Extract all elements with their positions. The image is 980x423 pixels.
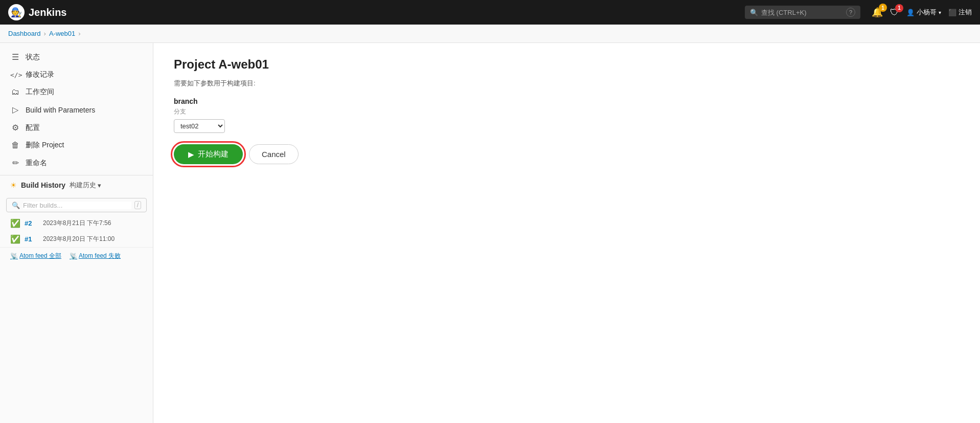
- delete-icon: 🗑: [10, 141, 20, 150]
- shield-icon-btn[interactable]: 🛡 1: [890, 7, 899, 18]
- atom-feed-all[interactable]: 📡 Atom feed 全部: [10, 252, 61, 260]
- build-success-icon-1: ✅: [10, 234, 20, 244]
- search-icon: 🔍: [750, 9, 758, 16]
- sidebar-item-delete[interactable]: 🗑 删除 Project: [0, 137, 153, 154]
- filter-input-container: 🔍 /: [6, 198, 147, 212]
- sidebar-item-status-label: 状态: [26, 53, 40, 62]
- sidebar-item-rename[interactable]: ✏ 重命名: [0, 154, 153, 172]
- build-date-1: 2023年8月20日 下午11:00: [43, 235, 115, 243]
- app-name: Jenkins: [29, 7, 66, 18]
- breadcrumb-project[interactable]: A-web01: [49, 30, 75, 37]
- user-menu[interactable]: 👤 小杨哥 ▾: [906, 8, 941, 17]
- sidebar: ☰ 状态 </> 修改记录 🗂 工作空间 ▷ Build with Parame…: [0, 43, 153, 423]
- user-avatar-icon: 👤: [906, 9, 915, 16]
- build-num-1: #1: [25, 235, 39, 243]
- build-desc: 需要如下参数用于构建项目:: [174, 79, 960, 88]
- build-success-icon-2: ✅: [10, 218, 20, 228]
- user-chevron-icon: ▾: [939, 10, 941, 15]
- breadcrumb-sep-2: ›: [78, 30, 80, 37]
- atom-feed-fail-label: Atom feed 失败: [79, 252, 121, 260]
- build-history-sun-icon: ☀: [10, 181, 17, 189]
- sidebar-item-delete-label: 删除 Project: [26, 141, 64, 150]
- build-num-2: #2: [25, 219, 39, 227]
- filter-search-icon: 🔍: [12, 202, 20, 209]
- logout-label: 注销: [959, 8, 972, 17]
- atom-feed-all-label: Atom feed 全部: [19, 252, 61, 260]
- sidebar-item-workspace[interactable]: 🗂 工作空间: [0, 83, 153, 101]
- shield-badge: 1: [895, 4, 903, 12]
- build-list-item-1[interactable]: ✅ #1 2023年8月20日 下午11:00: [0, 231, 153, 247]
- start-build-label: 开始构建: [198, 149, 229, 159]
- breadcrumb: Dashboard › A-web01 ›: [0, 25, 980, 43]
- build-history-header: ☀ Build History 构建历史 ▾: [0, 175, 153, 195]
- atom-fail-icon: 📡: [70, 253, 77, 260]
- filter-builds-input[interactable]: [23, 202, 131, 209]
- sidebar-item-status[interactable]: ☰ 状态: [0, 48, 153, 66]
- build-params-icon: ▷: [10, 105, 20, 115]
- param-name-label: branch: [174, 97, 960, 105]
- configure-icon: ⚙: [10, 123, 20, 132]
- logout-icon: ⬛: [948, 9, 956, 16]
- rename-icon: ✏: [10, 158, 20, 168]
- sidebar-item-rename-label: 重命名: [26, 159, 47, 168]
- sidebar-item-configure-label: 配置: [26, 123, 40, 132]
- help-icon[interactable]: ?: [846, 8, 855, 17]
- chevron-down-icon: ▾: [98, 182, 101, 189]
- project-title: Project A-web01: [174, 57, 960, 72]
- breadcrumb-dashboard[interactable]: Dashboard: [8, 30, 41, 37]
- branch-select[interactable]: test02 main dev master: [174, 119, 225, 133]
- build-history-title: Build History: [21, 181, 65, 189]
- notification-badge: 1: [879, 4, 887, 12]
- filter-slash: /: [134, 201, 141, 209]
- topnav-icons: 🔔 1 🛡 1 👤 小杨哥 ▾ ⬛ 注销: [872, 7, 972, 18]
- top-navbar: 🧑‍🔧 Jenkins 🔍 ? 🔔 1 🛡 1 👤 小杨哥 ▾ ⬛ 注销: [0, 0, 980, 25]
- changes-icon: </>: [10, 71, 20, 79]
- play-icon: ▶: [188, 150, 194, 159]
- user-name: 小杨哥: [917, 8, 937, 17]
- breadcrumb-sep-1: ›: [44, 30, 46, 37]
- atom-feed-fail[interactable]: 📡 Atom feed 失败: [70, 252, 121, 260]
- sidebar-item-configure[interactable]: ⚙ 配置: [0, 119, 153, 137]
- atom-feeds: 📡 Atom feed 全部 📡 Atom feed 失败: [0, 247, 153, 264]
- status-icon: ☰: [10, 52, 20, 62]
- sidebar-item-build-params-label: Build with Parameters: [26, 106, 95, 114]
- filter-input-wrap: 🔍 /: [0, 195, 153, 215]
- param-section: branch 分支 test02 main dev master: [174, 97, 960, 133]
- sidebar-item-changes[interactable]: </> 修改记录: [0, 66, 153, 83]
- start-build-button[interactable]: ▶ 开始构建: [174, 144, 243, 164]
- sidebar-item-workspace-label: 工作空间: [26, 87, 54, 97]
- cancel-button[interactable]: Cancel: [249, 144, 299, 164]
- main-content: Project A-web01 需要如下参数用于构建项目: branch 分支 …: [153, 43, 980, 423]
- search-bar[interactable]: 🔍 ?: [745, 6, 860, 19]
- logo-icon: 🧑‍🔧: [8, 4, 25, 20]
- search-input[interactable]: [761, 9, 843, 16]
- notification-bell[interactable]: 🔔 1: [872, 7, 883, 18]
- logout-btn[interactable]: ⬛ 注销: [948, 8, 972, 17]
- workspace-icon: 🗂: [10, 87, 20, 97]
- atom-all-icon: 📡: [10, 253, 18, 260]
- param-sublabel: 分支: [174, 107, 960, 116]
- build-actions: ▶ 开始构建 Cancel: [174, 144, 960, 164]
- sidebar-item-build-with-parameters[interactable]: ▷ Build with Parameters: [0, 101, 153, 119]
- jenkins-logo[interactable]: 🧑‍🔧 Jenkins: [8, 4, 66, 20]
- build-history-subtitle[interactable]: 构建历史 ▾: [70, 181, 101, 190]
- build-list-item[interactable]: ✅ #2 2023年8月21日 下午7:56: [0, 215, 153, 231]
- main-layout: ☰ 状态 </> 修改记录 🗂 工作空间 ▷ Build with Parame…: [0, 43, 980, 423]
- build-date-2: 2023年8月21日 下午7:56: [43, 219, 111, 228]
- sidebar-item-changes-label: 修改记录: [26, 70, 54, 79]
